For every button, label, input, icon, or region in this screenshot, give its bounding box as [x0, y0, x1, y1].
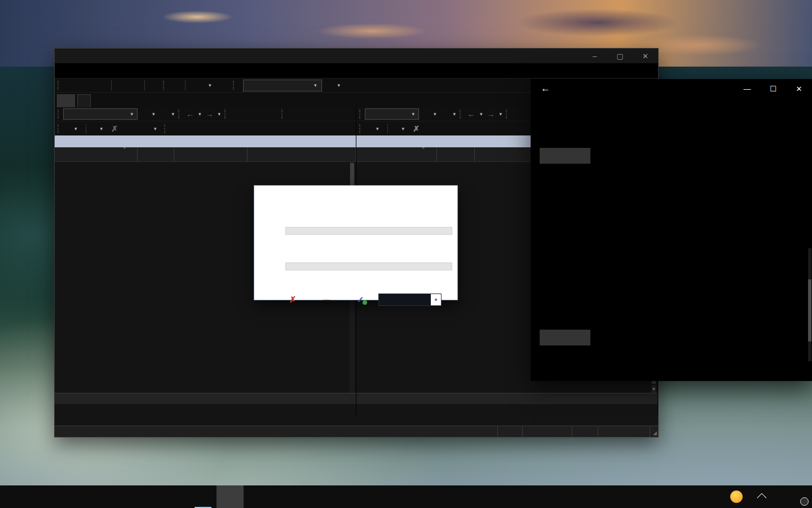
- session-tab[interactable]: [57, 94, 75, 107]
- toolbar-grip[interactable]: [281, 110, 285, 119]
- transfer-settings-icon[interactable]: [338, 295, 349, 305]
- new-button[interactable]: ▾: [143, 122, 162, 135]
- settings-titlebar[interactable]: ← — ☐ ✕: [531, 79, 812, 98]
- forward-caret[interactable]: ▾: [500, 111, 502, 117]
- toolbar-grip[interactable]: [233, 81, 236, 90]
- remote-drive-combo[interactable]: ▾: [365, 108, 419, 120]
- forward-icon[interactable]: →: [486, 108, 497, 120]
- synchronize-remote-icon[interactable]: [78, 80, 89, 90]
- toolbar-grip[interactable]: [460, 110, 463, 119]
- minimize-transfer-icon[interactable]: —: [321, 295, 332, 305]
- network-tray-icon[interactable]: [770, 485, 778, 508]
- select-filter-icon[interactable]: [195, 123, 206, 134]
- ok-icon[interactable]: ✓: [355, 295, 366, 305]
- statusbar-protocol[interactable]: [523, 426, 572, 437]
- filter-caret[interactable]: ▾: [172, 111, 175, 117]
- explore-directory-icon[interactable]: [288, 108, 299, 120]
- filter-caret[interactable]: ▾: [453, 111, 456, 117]
- open-directory-caret[interactable]: ▾: [152, 111, 155, 117]
- toolbar-grip[interactable]: [58, 124, 61, 133]
- statusbar-lock[interactable]: [498, 426, 523, 437]
- edit-button[interactable]: ▾: [391, 122, 411, 135]
- clock[interactable]: [794, 485, 802, 508]
- copy-button[interactable]: [540, 330, 590, 345]
- rename-icon[interactable]: [423, 123, 434, 134]
- toolbar-grip[interactable]: [506, 110, 509, 119]
- back-caret[interactable]: ▾: [198, 111, 201, 117]
- queue-icon[interactable]: [190, 80, 200, 90]
- edge-button[interactable]: [108, 485, 135, 508]
- forward-caret[interactable]: ▾: [218, 111, 221, 117]
- winscp-taskbar-button[interactable]: [189, 485, 217, 508]
- select-plus-icon[interactable]: [170, 123, 182, 134]
- local-path-bar[interactable]: [55, 135, 356, 147]
- root-directory-icon[interactable]: [243, 108, 254, 120]
- settings-scrollbar[interactable]: [808, 248, 811, 361]
- new-session-tab[interactable]: [77, 94, 91, 107]
- refresh-panels-icon[interactable]: [149, 80, 160, 90]
- winscp-close-button[interactable]: ✕: [633, 49, 658, 63]
- local-drive-combo[interactable]: ▾: [63, 108, 138, 120]
- toolbar-grip[interactable]: [178, 110, 182, 119]
- rename-icon[interactable]: [121, 123, 133, 134]
- speed-limit-combo[interactable]: ▼: [378, 294, 442, 306]
- toolbar-grip[interactable]: [58, 81, 61, 90]
- filter-icon[interactable]: [158, 108, 169, 120]
- weather-widget[interactable]: [726, 485, 756, 508]
- search-button[interactable]: [27, 485, 54, 508]
- transfer-options-icon[interactable]: [324, 80, 334, 90]
- upload-caret[interactable]: ▾: [74, 126, 77, 132]
- open-directory-icon[interactable]: [138, 108, 149, 120]
- console-icon[interactable]: [116, 80, 126, 90]
- winscp-minimize-button[interactable]: –: [582, 49, 607, 63]
- back-caret[interactable]: ▾: [480, 111, 483, 117]
- toolbar-grip[interactable]: [58, 110, 61, 119]
- scroll-down-icon[interactable]: ▼: [651, 386, 656, 393]
- select-minus-icon[interactable]: [183, 123, 194, 134]
- remote-drive-caret[interactable]: ▾: [412, 111, 414, 117]
- column-header-type[interactable]: [174, 147, 248, 161]
- start-button[interactable]: [0, 485, 27, 508]
- download-button[interactable]: ▾: [365, 122, 385, 135]
- open-directory-icon[interactable]: [420, 108, 431, 120]
- toolbar-grip[interactable]: [163, 81, 166, 90]
- store-button[interactable]: [162, 485, 189, 508]
- download-caret[interactable]: ▾: [376, 126, 379, 132]
- delete-icon[interactable]: ✗: [411, 123, 422, 134]
- chrome-button[interactable]: [135, 485, 162, 508]
- delete-icon[interactable]: ✗: [109, 123, 120, 134]
- winscp-maximize-button[interactable]: ▢: [607, 49, 633, 63]
- edit-button[interactable]: ▾: [89, 122, 109, 135]
- dialog-titlebar[interactable]: [254, 186, 457, 200]
- cancel-icon[interactable]: ✗: [287, 295, 298, 305]
- settings-taskbar-button[interactable]: [217, 485, 244, 508]
- transfer-settings-combo[interactable]: ▾: [243, 80, 322, 91]
- toolbar-grip[interactable]: [224, 110, 228, 119]
- language-indicator[interactable]: [786, 485, 794, 508]
- preferences-gear-icon[interactable]: [170, 80, 180, 90]
- toolbar-grip[interactable]: [164, 124, 167, 133]
- settings-maximize-button[interactable]: ☐: [760, 79, 786, 98]
- winscp-titlebar[interactable]: – ▢ ✕: [55, 49, 658, 63]
- column-header-changed[interactable]: [248, 147, 356, 161]
- queue-dropdown-caret[interactable]: ▾: [209, 82, 211, 88]
- synchronize-browsing-icon[interactable]: [65, 80, 75, 90]
- action-center-button[interactable]: [802, 485, 810, 508]
- parent-directory-icon[interactable]: [231, 108, 242, 120]
- synchronize-folder-icon[interactable]: [92, 80, 102, 90]
- back-icon[interactable]: ←: [466, 108, 477, 120]
- edit-caret[interactable]: ▾: [100, 126, 103, 132]
- new-caret[interactable]: ▾: [154, 126, 157, 132]
- statusbar-server[interactable]: [572, 426, 598, 437]
- parent-directory-icon[interactable]: [512, 108, 523, 120]
- column-header-size[interactable]: [437, 147, 475, 161]
- filter-icon[interactable]: [439, 108, 451, 120]
- column-header-size[interactable]: [138, 147, 174, 161]
- upload-button[interactable]: ▾: [63, 122, 83, 135]
- refresh-icon[interactable]: [268, 108, 279, 120]
- properties-button[interactable]: [435, 122, 444, 135]
- toolbar-grip[interactable]: [359, 110, 363, 119]
- back-arrow-icon[interactable]: ←: [541, 83, 550, 94]
- transfer-options-caret[interactable]: ▾: [338, 82, 341, 88]
- resize-grip[interactable]: ◢: [650, 426, 658, 437]
